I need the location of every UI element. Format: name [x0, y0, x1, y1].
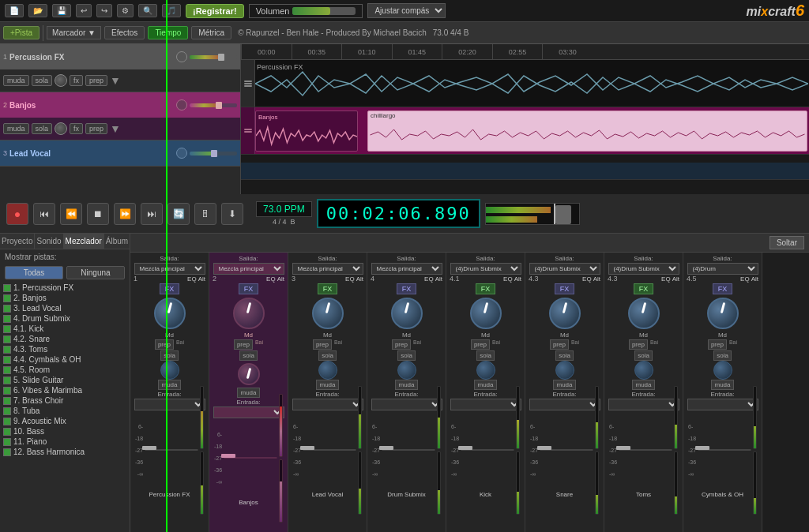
track-3-volume[interactable]: [190, 152, 237, 155]
check-4-4[interactable]: [3, 356, 11, 364]
list-item-10[interactable]: 10. Bass: [0, 426, 130, 436]
ch1-small-knob[interactable]: [160, 361, 179, 380]
ch3-main-knob[interactable]: [312, 298, 344, 329]
chsnare-solo-btn[interactable]: sola: [555, 350, 574, 361]
chtoms-main-knob[interactable]: [628, 298, 660, 329]
check-4-3[interactable]: [3, 346, 11, 354]
list-item-4-2[interactable]: 4.2. Snare: [0, 334, 130, 344]
settings-button[interactable]: ⚙: [117, 4, 134, 17]
fast-forward-button[interactable]: ⏩: [114, 203, 136, 225]
list-item-9[interactable]: 9. Acoustic Mix: [0, 416, 130, 426]
chcymbals-main-knob[interactable]: [707, 298, 739, 329]
list-item-4-4[interactable]: 4.4. Cymbals & OH: [0, 354, 130, 365]
save-button[interactable]: 💾: [52, 4, 71, 17]
chsnare-small-knob[interactable]: [555, 361, 574, 380]
track-1-expand[interactable]: ▼: [110, 74, 121, 87]
ch2-mute-btn[interactable]: muda: [237, 388, 259, 398]
track-1-prep[interactable]: prep: [85, 75, 107, 86]
ch1-fx-button[interactable]: FX: [160, 283, 180, 294]
ch2-prep-btn[interactable]: prep: [234, 339, 253, 350]
check-11[interactable]: [3, 438, 11, 446]
track-1-pan[interactable]: [55, 74, 67, 87]
list-item-12[interactable]: 12. Bass Harmonica: [0, 447, 130, 457]
ch41-small-knob[interactable]: [476, 361, 495, 380]
ch2-input-select[interactable]: [213, 406, 284, 418]
marker-button[interactable]: Marcador ▼: [47, 26, 101, 39]
ch3-mute-btn[interactable]: muda: [316, 380, 338, 390]
ch4-small-knob[interactable]: [397, 361, 416, 380]
ch1-input-select[interactable]: [134, 399, 205, 410]
tab-project[interactable]: Proyecto: [0, 234, 35, 249]
search-button[interactable]: 🔍: [138, 4, 157, 17]
ch4-fader-thumb[interactable]: [379, 446, 393, 450]
track-3-scrollbar[interactable]: [241, 155, 809, 163]
ch3-fader-thumb[interactable]: [300, 446, 314, 450]
list-item-11[interactable]: 11. Piano: [0, 436, 130, 447]
check-3[interactable]: [3, 305, 11, 313]
track-2-prep[interactable]: prep: [85, 123, 107, 134]
check-7[interactable]: [3, 397, 11, 405]
track-2-expand[interactable]: ▼: [110, 122, 121, 135]
redo-button[interactable]: ↪: [96, 4, 112, 17]
ch1-mute-btn[interactable]: muda: [158, 380, 180, 390]
ch2-output-select[interactable]: Mezcla principal: [213, 263, 284, 275]
ch4-solo-btn[interactable]: sola: [397, 350, 416, 361]
track-2-volume[interactable]: [190, 103, 237, 107]
chtoms-fx-button[interactable]: FX: [634, 283, 654, 294]
check-10[interactable]: [3, 428, 11, 436]
chsnare-fader-thumb[interactable]: [537, 446, 551, 450]
check-4[interactable]: [3, 315, 11, 323]
go-end-button[interactable]: ⏭: [141, 203, 163, 225]
check-4-1[interactable]: [3, 325, 11, 333]
check-2[interactable]: [3, 294, 11, 302]
loop-button[interactable]: 🔄: [167, 203, 190, 225]
check-12[interactable]: [3, 448, 11, 456]
volume-slider[interactable]: [292, 7, 356, 15]
chcymbals-output-select[interactable]: (4)Drum: [687, 263, 758, 275]
ch41-fx-button[interactable]: FX: [476, 283, 496, 294]
rewind-button[interactable]: ⏪: [60, 203, 82, 225]
track-3-icon[interactable]: [176, 148, 187, 159]
track-1-solo[interactable]: sola: [32, 75, 53, 86]
list-item-6[interactable]: 6. Vibes & Marimba: [0, 385, 130, 395]
chcymbals-mute-btn[interactable]: muda: [711, 380, 733, 390]
list-item-7[interactable]: 7. Brass Choir: [0, 395, 130, 406]
go-start-button[interactable]: ⏮: [33, 203, 55, 225]
chsnare-output-select[interactable]: (4)Drum Submix: [529, 263, 600, 275]
ch2-fx-button[interactable]: FX: [239, 283, 259, 294]
filter-none[interactable]: Ninguna: [66, 266, 125, 279]
ch4-mute-btn[interactable]: muda: [395, 380, 417, 390]
stop-button[interactable]: ⏹: [87, 203, 109, 225]
list-item-5[interactable]: 5. Slide Guitar: [0, 375, 130, 385]
ch41-mute-btn[interactable]: muda: [474, 380, 496, 390]
track-1-volume[interactable]: [190, 55, 237, 59]
ch3-fx-button[interactable]: FX: [318, 283, 338, 294]
new-button[interactable]: 📄: [5, 4, 24, 17]
ch4-output-select[interactable]: Mezcla principal: [371, 263, 442, 275]
ch2-main-knob[interactable]: [233, 298, 265, 329]
ch4-fx-button[interactable]: FX: [397, 283, 417, 294]
list-item-2[interactable]: 2. Banjos: [0, 293, 130, 303]
ch41-output-select[interactable]: (4)Drum Submix: [450, 263, 521, 275]
list-item-3[interactable]: 3. Lead Vocal: [0, 303, 130, 313]
list-item-4-5[interactable]: 4.5. Room: [0, 365, 130, 375]
ch41-input-select[interactable]: [450, 399, 521, 410]
ch1-fader-thumb[interactable]: [142, 446, 156, 450]
ch41-solo-btn[interactable]: sola: [476, 350, 495, 361]
chcymbals-fx-button[interactable]: FX: [713, 283, 733, 294]
chtoms-mute-btn[interactable]: muda: [632, 380, 654, 390]
add-track-button[interactable]: +Pista: [3, 26, 40, 39]
chsnare-main-knob[interactable]: [549, 298, 581, 329]
check-4-5[interactable]: [3, 366, 11, 374]
record-button[interactable]: ●: [6, 203, 28, 225]
list-item-4-3[interactable]: 4.3. Toms: [0, 344, 130, 354]
chcymbals-small-knob[interactable]: [713, 361, 732, 380]
chsnare-input-select[interactable]: [529, 399, 600, 410]
ch41-fader-thumb[interactable]: [458, 446, 472, 450]
track-2-mute[interactable]: muda: [3, 123, 29, 134]
ch41-main-knob[interactable]: [470, 298, 502, 329]
chsnare-fx-button[interactable]: FX: [555, 283, 575, 294]
ch2-small-knob[interactable]: [238, 363, 260, 385]
chtoms-output-select[interactable]: (4)Drum Submix: [608, 263, 679, 275]
master-fader[interactable]: [555, 205, 571, 224]
